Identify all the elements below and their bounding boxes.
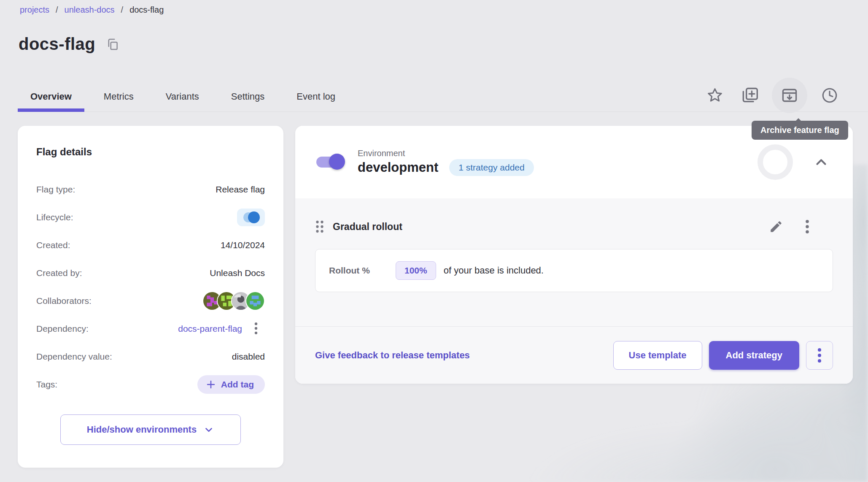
pencil-icon xyxy=(769,219,783,234)
lifecycle-circle-front xyxy=(248,211,260,223)
created-by-label: Created by: xyxy=(36,268,82,278)
created-label: Created: xyxy=(36,240,70,250)
archive-flag-icon[interactable] xyxy=(772,78,807,113)
tab-metrics-label: Metrics xyxy=(104,91,134,102)
add-tag-button[interactable]: Add tag xyxy=(197,375,265,394)
dependency-value-value: disabled xyxy=(232,352,265,362)
use-template-button[interactable]: Use template xyxy=(613,341,702,370)
lifecycle-label: Lifecycle: xyxy=(36,212,73,222)
breadcrumb-separator: / xyxy=(56,5,58,15)
kebab-icon xyxy=(814,348,825,363)
hide-show-environments-label: Hide/show environments xyxy=(87,424,197,435)
flag-details-heading: Flag details xyxy=(36,146,265,158)
breadcrumb-current-flag: docs-flag xyxy=(129,5,164,15)
flag-type-row: Flag type: Release flag xyxy=(36,180,265,199)
event-history-icon[interactable] xyxy=(817,83,842,108)
flag-details-card: Flag details Flag type: Release flag Lif… xyxy=(18,126,283,468)
tab-overview-label: Overview xyxy=(30,91,72,102)
chevron-down-icon xyxy=(203,424,214,435)
release-templates-feedback-link[interactable]: Give feedback to release templates xyxy=(315,350,470,361)
rollout-percentage-chip: 100% xyxy=(396,261,436,280)
chevron-up-icon xyxy=(813,154,829,170)
lifecycle-row: Lifecycle: xyxy=(36,208,265,227)
breadcrumb-projects[interactable]: projects xyxy=(20,5,49,15)
dependency-row: Dependency: docs-parent-flag xyxy=(36,319,265,338)
strategy-list: Gradual rollout Rollout % 100% of your b… xyxy=(295,198,853,326)
breadcrumb: projects / unleash-docs / docs-flag xyxy=(20,5,164,15)
collaborators-label: Collaborators: xyxy=(36,296,92,306)
dependency-label: Dependency: xyxy=(36,324,89,334)
rollout-description: of your base is included. xyxy=(444,265,544,276)
environment-usage-ring xyxy=(757,144,793,180)
created-row: Created: 14/10/2024 xyxy=(36,236,265,255)
lifecycle-stage-icon[interactable] xyxy=(237,209,265,226)
kebab-icon xyxy=(802,219,813,234)
drag-handle-icon[interactable] xyxy=(315,220,324,233)
dependency-value-label: Dependency value: xyxy=(36,352,112,362)
plus-icon xyxy=(206,379,216,390)
strategy-header: Gradual rollout xyxy=(315,219,833,234)
tab-settings[interactable]: Settings xyxy=(218,82,278,111)
flag-actions-toolbar xyxy=(703,78,842,113)
tab-variants-label: Variants xyxy=(166,91,199,102)
tab-variants[interactable]: Variants xyxy=(153,82,212,111)
edit-strategy-button[interactable] xyxy=(769,219,783,234)
tab-overview[interactable]: Overview xyxy=(18,82,84,111)
environment-footer: Give feedback to release templates Use t… xyxy=(295,326,853,384)
flag-type-label: Flag type: xyxy=(36,184,75,195)
collaborator-avatars[interactable] xyxy=(202,291,265,311)
rollout-summary: Rollout % 100% of your base is included. xyxy=(315,249,833,292)
dependency-parent-flag-link[interactable]: docs-parent-flag xyxy=(178,324,242,334)
created-by-value: Unleash Docs xyxy=(210,268,265,278)
toggle-knob xyxy=(329,154,345,170)
flag-type-value: Release flag xyxy=(216,184,265,195)
environment-more-actions-button[interactable] xyxy=(806,341,833,370)
environment-name: development xyxy=(358,160,438,175)
add-tag-label: Add tag xyxy=(221,379,254,390)
created-by-row: Created by: Unleash Docs xyxy=(36,263,265,283)
tags-row: Tags: Add tag xyxy=(36,375,265,394)
avatar-pixel-globe xyxy=(245,291,265,311)
clone-flag-icon[interactable] xyxy=(737,83,762,108)
copy-flag-name-icon[interactable] xyxy=(105,37,120,51)
add-strategy-button[interactable]: Add strategy xyxy=(709,341,799,370)
tab-metrics[interactable]: Metrics xyxy=(91,82,146,111)
environment-card: Environment development 1 strategy added… xyxy=(295,126,853,384)
strategy-title: Gradual rollout xyxy=(333,221,402,233)
strategy-menu-button[interactable] xyxy=(802,219,813,234)
environment-label: Environment xyxy=(358,149,534,158)
rollout-label: Rollout % xyxy=(329,265,396,276)
dependency-value-row: Dependency value: disabled xyxy=(36,347,265,366)
collapse-environment-button[interactable] xyxy=(813,154,829,170)
dependency-menu-button[interactable] xyxy=(247,320,265,338)
strategy-count-badge: 1 strategy added xyxy=(449,159,534,176)
breadcrumb-separator: / xyxy=(121,5,124,15)
archive-tooltip: Archive feature flag xyxy=(752,121,848,140)
breadcrumb-project-name[interactable]: unleash-docs xyxy=(65,5,115,15)
collaborators-row: Collaborators: xyxy=(36,291,265,311)
environment-toggle[interactable] xyxy=(316,156,342,168)
page-title: docs-flag xyxy=(19,35,95,54)
tab-event-log-label: Event log xyxy=(297,91,335,102)
favorite-star-icon[interactable] xyxy=(703,83,727,108)
tab-event-log[interactable]: Event log xyxy=(284,82,348,111)
tags-label: Tags: xyxy=(36,379,57,390)
tab-settings-label: Settings xyxy=(231,91,265,102)
created-value: 14/10/2024 xyxy=(221,240,265,250)
hide-show-environments-button[interactable]: Hide/show environments xyxy=(60,414,241,445)
